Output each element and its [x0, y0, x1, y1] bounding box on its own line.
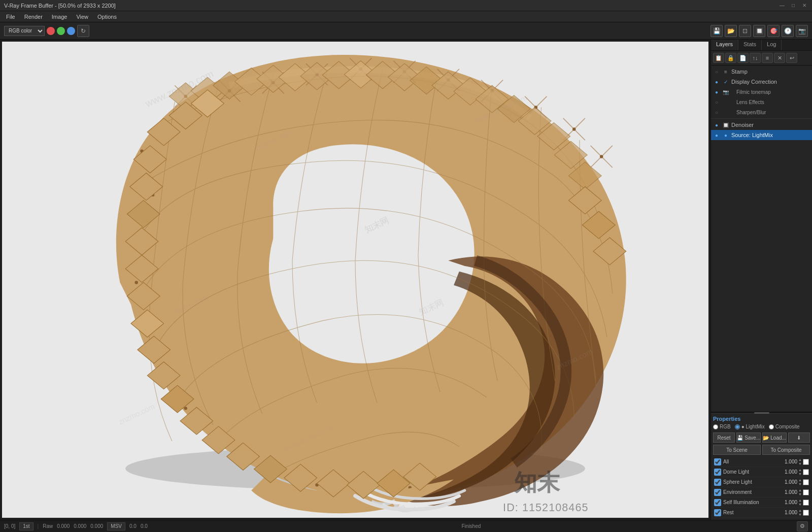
eye-filmic-tonemap[interactable]: ● — [713, 88, 720, 95]
green-channel-button[interactable] — [57, 27, 65, 35]
radio-composite[interactable]: Composite — [769, 424, 800, 429]
cursor-coords: [0, 0] — [4, 523, 15, 529]
layer-denoiser[interactable]: ● 🔲 Denoiser — [711, 120, 812, 130]
menu-file[interactable]: File — [2, 13, 19, 21]
close-button[interactable]: ✕ — [801, 2, 808, 9]
light-check-all[interactable] — [714, 458, 721, 466]
light-color-rest[interactable] — [803, 510, 809, 516]
stepper-up-all[interactable]: ▲ — [798, 458, 802, 461]
stepper-up-env[interactable]: ▲ — [798, 488, 802, 492]
layer-filmic-tonemap[interactable]: ● 📷 Filmic tonemap — [711, 87, 812, 97]
red-channel-button[interactable] — [47, 27, 55, 35]
light-color-sphere[interactable] — [803, 479, 809, 485]
menu-options[interactable]: Options — [93, 13, 121, 21]
light-check-env[interactable] — [714, 489, 721, 496]
light-row-dome: Dome Light 1.000 ▲ ▼ — [713, 467, 810, 477]
icon-denoiser: 🔲 — [722, 121, 729, 128]
eye-lens-effects[interactable]: ○ — [713, 98, 720, 106]
undo-button[interactable]: ↩ — [786, 53, 797, 63]
frame-button[interactable]: 1st — [19, 522, 33, 530]
stepper-down-env[interactable]: ▼ — [798, 492, 802, 496]
reset-button[interactable]: Reset — [713, 433, 735, 443]
light-stepper-rest[interactable]: ▲ ▼ — [798, 509, 802, 516]
maximize-button[interactable]: □ — [790, 2, 797, 9]
light-color-dome[interactable] — [803, 469, 809, 475]
cycle-icon[interactable]: ↻ — [77, 25, 89, 37]
save-image-button[interactable]: 💾 — [710, 25, 723, 37]
minimize-button[interactable]: — — [779, 2, 786, 9]
menu-view[interactable]: View — [72, 13, 92, 21]
light-color-env[interactable] — [803, 489, 809, 495]
open-image-button[interactable]: 📂 — [725, 25, 737, 37]
light-stepper-env[interactable]: ▲ ▼ — [798, 488, 802, 496]
blue-channel-button[interactable] — [67, 27, 75, 35]
eye-sharpen-blur[interactable]: ○ — [713, 109, 720, 116]
to-composite-button[interactable]: To Composite — [762, 445, 810, 455]
label-denoiser: Denoiser — [731, 122, 810, 128]
tab-log[interactable]: Log — [762, 40, 782, 50]
eye-source-lightmix[interactable]: ● — [713, 131, 720, 139]
menu-image[interactable]: Image — [48, 13, 72, 21]
layer-stamp[interactable]: ○ ≡ Stamp — [711, 66, 812, 77]
status-settings-button[interactable]: ⚙ — [797, 521, 808, 531]
light-check-rest[interactable] — [714, 509, 721, 516]
radio-row: RGB ● LightMix Composite — [713, 424, 810, 429]
light-stepper-all[interactable]: ▲ ▼ — [798, 458, 802, 466]
color-channel-select[interactable]: RGB color Alpha Depth — [4, 26, 45, 36]
colorspace-button[interactable]: MSV — [107, 522, 125, 530]
light-stepper-sphere[interactable]: ▲ ▼ — [798, 478, 802, 486]
stepper-down-all[interactable]: ▼ — [798, 462, 802, 466]
icon-lens-effects — [722, 98, 729, 106]
stepper-down-sphere[interactable]: ▼ — [798, 482, 802, 486]
color-picker-button[interactable]: 🎯 — [767, 25, 780, 37]
light-name-rest: Rest — [723, 510, 778, 515]
camera-button[interactable]: 📷 — [796, 25, 808, 37]
stepper-up-rest[interactable]: ▲ — [798, 509, 802, 512]
lock-button[interactable]: 🔒 — [725, 53, 736, 63]
tab-stats[interactable]: Stats — [738, 40, 762, 50]
light-stepper-dome[interactable]: ▲ ▼ — [798, 468, 802, 476]
light-check-self-illum[interactable] — [714, 499, 721, 506]
radio-rgb[interactable]: RGB — [713, 424, 731, 429]
history-button[interactable]: 🕐 — [782, 25, 794, 37]
light-row-sphere: Sphere Light 1.000 ▲ ▼ — [713, 477, 810, 487]
light-check-dome[interactable] — [714, 469, 721, 476]
light-value-dome: 1.000 — [778, 469, 798, 475]
light-stepper-self-illum[interactable]: ▲ ▼ — [798, 498, 802, 506]
save-button[interactable]: 💾 Save... — [736, 433, 761, 443]
layer-display-correction[interactable]: ● ✓ Display Correction — [711, 77, 812, 87]
stepper-up-sphere[interactable]: ▲ — [798, 478, 802, 482]
region-select-button[interactable]: ⊡ — [739, 25, 751, 37]
merge-button[interactable]: 📄 — [737, 53, 749, 63]
eye-denoiser[interactable]: ● — [713, 121, 720, 128]
menu-render[interactable]: Render — [20, 13, 47, 21]
stepper-up-dome[interactable]: ▲ — [798, 468, 802, 472]
radio-lightmix[interactable]: ● LightMix — [735, 424, 765, 429]
eye-stamp[interactable]: ○ — [713, 68, 720, 75]
compare-button[interactable]: 🔲 — [753, 25, 765, 37]
layer-lens-effects[interactable]: ○ Lens Effects — [711, 97, 812, 107]
new-layer-button[interactable]: 📋 — [713, 53, 724, 63]
move-up-button[interactable]: ↑↓ — [750, 53, 761, 63]
label-source-lightmix: Source: LightMix — [731, 132, 810, 138]
stepper-up-self-illum[interactable]: ▲ — [798, 498, 802, 502]
toolbar: RGB color Alpha Depth ↻ 💾 📂 ⊡ 🔲 🎯 🕐 📷 — [0, 22, 812, 40]
to-scene-button[interactable]: To Scene — [713, 445, 761, 455]
export-button[interactable]: ⬇ — [788, 433, 810, 443]
extra-val-2: 0.0 — [141, 523, 148, 529]
list-button[interactable]: ≡ — [762, 53, 773, 63]
light-color-self-illum[interactable] — [803, 500, 809, 506]
tab-layers[interactable]: Layers — [711, 40, 738, 50]
eye-display-correction[interactable]: ● — [713, 78, 720, 85]
layer-source-lightmix[interactable]: ● ● Source: LightMix — [711, 130, 812, 140]
value-r: 0.000 — [57, 523, 70, 529]
load-button[interactable]: 📂 Load... — [762, 433, 787, 443]
light-color-all[interactable] — [803, 459, 809, 465]
stepper-down-dome[interactable]: ▼ — [798, 472, 802, 476]
stepper-down-self-illum[interactable]: ▼ — [798, 503, 802, 506]
light-check-sphere[interactable] — [714, 479, 721, 486]
stepper-down-rest[interactable]: ▼ — [798, 513, 802, 516]
layer-sharpen-blur[interactable]: ○ Sharpen/Blur — [711, 107, 812, 117]
light-value-self-illum: 1.000 — [778, 500, 798, 505]
delete-layer-button[interactable]: ✕ — [774, 53, 785, 63]
